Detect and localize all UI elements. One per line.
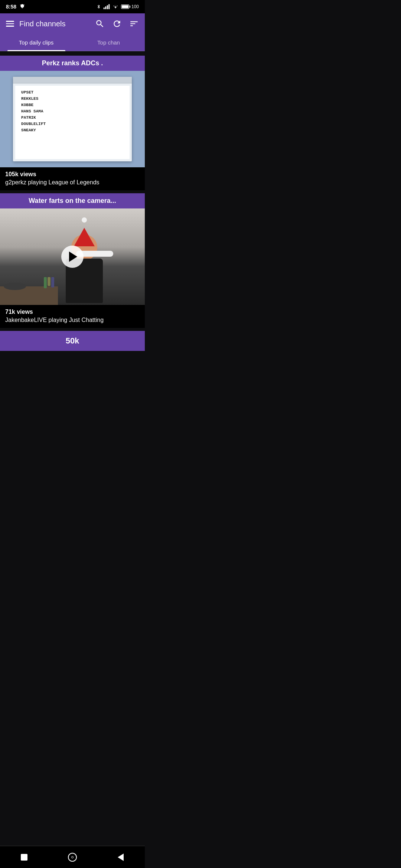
svg-rect-3 (107, 5, 108, 9)
pan (4, 283, 26, 290)
play-button[interactable] (61, 246, 84, 268)
clip-card-2[interactable]: Water farts on the camera... (0, 193, 145, 328)
clip-card-1[interactable]: Perkz ranks ADCs . UPSET REKKLES KOBBE H… (0, 56, 145, 190)
santa-hat (74, 228, 95, 246)
clip-1-meta: g2perkz playing League of Legends (5, 179, 140, 186)
clip-1-views: 105k views (5, 171, 140, 178)
bottles (44, 277, 54, 288)
clip-1-doc-bg: UPSET REKKLES KOBBE HANS SAMA PATRIK DOU… (0, 71, 145, 167)
clip-3-views: 50k (66, 336, 79, 345)
clip-2-meta: JakenbakeLIVE playing Just Chatting (5, 317, 140, 323)
tabs: Top daily clips Top chan (0, 34, 145, 51)
doc-line-1: UPSET (21, 90, 124, 95)
tab-top-daily-clips[interactable]: Top daily clips (0, 34, 72, 51)
refresh-icon (112, 19, 122, 29)
filter-button[interactable] (129, 19, 139, 29)
bluetooth-icon (97, 4, 101, 10)
clip-card-3-partial[interactable]: 50k (0, 331, 145, 351)
doc-line-3: KOBBE (21, 103, 124, 107)
wifi-icon (112, 4, 119, 9)
bottle-1 (44, 277, 47, 288)
menu-button[interactable] (6, 21, 14, 27)
doc-line-4: HANS SAMA (21, 109, 124, 114)
doc-line-2: REKKLES (21, 96, 124, 101)
battery-level: 100 (131, 4, 139, 9)
signal-icon (103, 4, 110, 9)
play-triangle-icon (69, 251, 77, 262)
app-bar-title: Find channels (19, 20, 66, 28)
status-left: 8:58 (6, 4, 25, 10)
kitchen-items (0, 253, 58, 305)
hamburger-icon (6, 21, 14, 27)
hamburger-line-1 (6, 21, 14, 22)
clip-2-title-bar: Water farts on the camera... (0, 193, 145, 208)
clip-1-info: 105k views g2perkz playing League of Leg… (0, 167, 145, 190)
search-button[interactable] (95, 19, 105, 29)
doc-content: UPSET REKKLES KOBBE HANS SAMA PATRIK DOU… (15, 86, 130, 160)
doc-toolbar (13, 77, 132, 83)
status-right: 100 (97, 4, 139, 10)
doc-line-6: DOUBLELIFT (21, 122, 124, 126)
refresh-button[interactable] (112, 19, 122, 29)
svg-rect-1 (104, 7, 105, 9)
app-bar-icons (95, 19, 139, 29)
clip-1-thumbnail: UPSET REKKLES KOBBE HANS SAMA PATRIK DOU… (0, 71, 145, 167)
clip-2-video-bg (0, 208, 145, 305)
clip-2-thumbnail (0, 208, 145, 305)
battery-icon (121, 4, 129, 9)
clip-2-views: 71k views (5, 309, 140, 315)
clip-1-title-bar: Perkz ranks ADCs . (0, 56, 145, 71)
bottle-2 (48, 277, 50, 286)
hamburger-line-3 (6, 26, 14, 27)
svg-rect-2 (105, 6, 106, 9)
time: 8:58 (6, 4, 16, 10)
clip-2-info: 71k views JakenbakeLIVE playing Just Cha… (0, 305, 145, 328)
tab-top-channels[interactable]: Top chan (72, 34, 145, 51)
alarm-icon (19, 4, 25, 10)
content-wrapper: Perkz ranks ADCs . UPSET REKKLES KOBBE H… (0, 51, 145, 376)
app-bar: Find channels (0, 13, 145, 34)
clips-container: Perkz ranks ADCs . UPSET REKKLES KOBBE H… (0, 51, 145, 354)
app-bar-left: Find channels (6, 20, 66, 28)
doc-window: UPSET REKKLES KOBBE HANS SAMA PATRIK DOU… (13, 77, 132, 162)
bottle-3 (51, 277, 54, 287)
svg-rect-4 (108, 4, 110, 9)
hamburger-line-2 (6, 23, 14, 24)
clip-2-title: Water farts on the camera... (29, 197, 116, 204)
status-bar: 8:58 100 (0, 0, 145, 13)
person-body (55, 231, 114, 305)
doc-line-7: SNEAKY (21, 128, 124, 132)
santa-hat-ball (82, 217, 87, 223)
search-icon (95, 19, 105, 29)
svg-point-0 (21, 5, 23, 7)
clip-1-title: Perkz ranks ADCs . (42, 59, 103, 67)
doc-line-5: PATRIK (21, 115, 124, 120)
filter-icon (129, 19, 139, 29)
